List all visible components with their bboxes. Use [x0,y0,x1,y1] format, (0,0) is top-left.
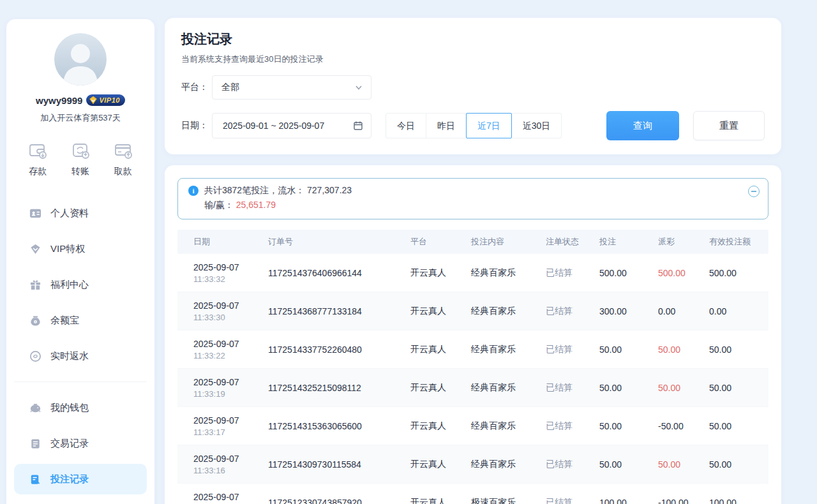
collapse-summary-icon[interactable] [748,186,760,197]
row-bet: 100.00 [599,498,658,504]
col-order: 订单号 [268,236,410,248]
row-order: 1172514337752260480 [268,345,410,355]
row-valid: 50.00 [709,345,768,355]
table-row: 2025-09-07 11:25:24 1172512330743857920 … [177,484,768,504]
deposit-button[interactable]: 存款 [27,140,48,177]
transfer-label: 转账 [71,166,89,177]
sidebar-item-label: 个人资料 [50,207,89,219]
row-payout: -100.00 [658,498,709,504]
col-valid: 有效投注额 [709,236,768,248]
info-icon: i [188,186,199,196]
col-bet: 投注 [599,236,658,248]
row-status: 已结算 [546,497,599,504]
row-valid: 0.00 [709,306,768,316]
row-status: 已结算 [546,267,599,279]
deposit-icon [27,140,48,161]
ledger-icon [29,438,41,450]
tab-last30days[interactable]: 近30日 [511,113,562,138]
row-status: 已结算 [546,344,599,355]
sidebar-nav: 个人资料 VIP特权 福利中心 [6,198,154,504]
summary-line2: 输/赢： 25,651.79 [204,200,758,211]
row-valid: 50.00 [709,421,768,431]
row-bet: 50.00 [599,383,658,393]
chevron-down-icon [354,83,363,92]
page-title: 投注记录 [181,31,765,47]
row-valid: 500.00 [709,268,768,278]
row-status: 已结算 [546,382,599,394]
sidebar-item-rebate[interactable]: 实时返水 [14,341,147,371]
table-header: 日期 订单号 平台 投注内容 注单状态 投注 派彩 有效投注额 [177,230,768,254]
sidebar-item-wallet[interactable]: 我的钱包 [14,392,147,423]
date-label: 日期： [181,120,212,131]
sidebar-item-profile[interactable]: 个人资料 [14,198,147,228]
sidebar-item-yuebao[interactable]: 余额宝 [14,305,147,336]
date-range-value: 2025-09-01 ~ 2025-09-07 [223,121,324,131]
table-row: 2025-09-07 11:33:30 1172514368777133184 … [177,292,768,330]
col-platform: 平台 [410,236,471,248]
sidebar-item-transactions[interactable]: 交易记录 [14,428,147,459]
vip-diamond-icon [89,96,98,105]
row-bet: 50.00 [599,421,658,431]
tab-yesterday[interactable]: 昨日 [426,113,467,138]
row-bet: 50.00 [599,345,658,355]
bet-records-icon [29,473,41,485]
loss-win-value: 25,651.79 [236,200,276,210]
col-payout: 派彩 [658,236,709,248]
sidebar-item-vip[interactable]: VIP特权 [14,233,147,264]
vip-badge[interactable]: VIP10 [86,94,124,106]
sidebar-item-bet-records[interactable]: 投注记录 [14,464,147,494]
platform-select-value: 全部 [221,82,239,93]
withdraw-button[interactable]: 取款 [113,140,133,177]
sidebar-item-welfare[interactable]: 福利中心 [14,269,147,300]
table-row: 2025-09-07 11:33:17 1172514315363065600 … [177,407,768,445]
main-content: 投注记录 当前系统支持查询最近30日的投注记录 平台： 全部 日期： 2025-… [165,18,781,504]
withdraw-icon [113,140,133,161]
money-pouch-icon [29,315,41,327]
sidebar-item-label: 福利中心 [50,279,89,291]
query-button[interactable]: 查询 [606,111,679,140]
results-card: i 共计3872笔投注，流水： 727,307.23 输/赢： 25,651.7… [165,165,781,504]
row-time: 11:33:19 [193,389,268,399]
row-time: 11:33:17 [193,427,268,437]
row-date: 2025-09-07 [193,377,268,387]
row-time: 11:33:16 [193,466,268,475]
col-status: 注单状态 [546,236,599,248]
avatar[interactable] [54,33,107,85]
row-content: 经典百家乐 [471,459,546,470]
row-platform: 开云真人 [410,306,471,317]
row-date: 2025-09-07 [193,454,268,464]
row-order: 1172514325215098112 [268,383,410,393]
row-valid: 100.00 [709,498,768,504]
transfer-button[interactable]: 转账 [70,140,91,177]
table-row: 2025-09-07 11:33:32 1172514376406966144 … [177,254,768,292]
row-bet: 500.00 [599,268,658,278]
platform-label: 平台： [181,82,212,93]
col-content: 投注内容 [471,236,546,248]
table-row: 2025-09-07 11:33:22 1172514337752260480 … [177,330,768,369]
row-platform: 开云真人 [410,382,471,394]
row-payout: -50.00 [658,421,709,431]
row-status: 已结算 [546,306,599,317]
avatar-silhouette [54,33,107,85]
join-days-text: 加入开云体育第537天 [6,112,154,124]
sidebar-item-label: 余额宝 [50,315,79,327]
row-content: 经典百家乐 [471,344,546,355]
sidebar-item-label: VIP特权 [50,243,85,255]
summary-banner: i 共计3872笔投注，流水： 727,307.23 输/赢： 25,651.7… [177,178,768,219]
piggy-bank-icon [29,402,41,414]
row-content: 经典百家乐 [471,420,546,432]
sidebar-item-label: 交易记录 [50,438,89,450]
table-row: 2025-09-07 11:33:16 1172514309730115584 … [177,445,768,484]
tab-last7days[interactable]: 近7日 [466,113,512,138]
username: wywy9999 [36,95,82,106]
deposit-label: 存款 [29,166,47,177]
row-order: 1172514315363065600 [268,421,410,431]
id-card-icon [29,207,41,219]
tab-today[interactable]: 今日 [386,113,426,138]
row-bet: 300.00 [599,306,658,316]
platform-select[interactable]: 全部 [212,75,371,100]
date-range-input[interactable]: 2025-09-01 ~ 2025-09-07 [212,113,371,138]
reset-button[interactable]: 重置 [693,111,765,140]
row-payout: 50.00 [658,383,709,393]
quick-actions: 存款 转账 [17,140,144,177]
